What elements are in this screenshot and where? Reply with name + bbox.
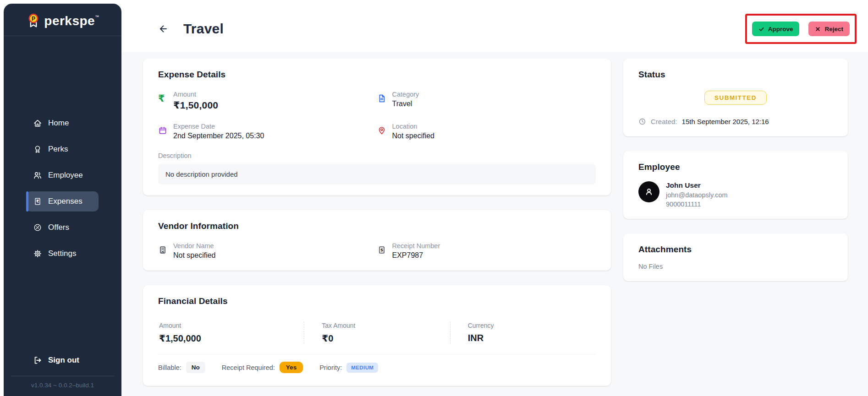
app-version: v1.0.34 ~ 0.0.2–build.1	[4, 376, 121, 396]
map-pin-icon	[377, 126, 386, 135]
column-value: ₹1,50,000	[159, 333, 304, 344]
reject-button[interactable]: Reject	[808, 22, 850, 36]
back-button[interactable]	[157, 23, 169, 35]
svg-text:P: P	[32, 16, 35, 22]
sidebar-item-label: Expenses	[48, 197, 82, 206]
field-label: Vendor Name	[173, 242, 216, 250]
field-value: Not specified	[173, 251, 216, 260]
field-label: Location	[392, 123, 435, 130]
card-title: Attachments	[638, 244, 833, 255]
employee-name: John User	[666, 181, 728, 190]
financial-currency-column: Currency INR	[450, 322, 596, 344]
approve-label: Approve	[768, 26, 793, 33]
billable-badge: No	[186, 362, 205, 373]
attachments-card: Attachments No Files	[623, 233, 848, 281]
sidebar-item-label: Settings	[48, 249, 76, 258]
status-badge: SUBMITTED	[704, 91, 767, 105]
column-label: Amount	[159, 322, 304, 329]
receipt-required-badge: Yes	[280, 362, 303, 373]
reject-label: Reject	[824, 26, 843, 33]
header-actions: Approve Reject	[745, 14, 857, 44]
card-title: Vendor Information	[158, 221, 596, 231]
sidebar-item-offers[interactable]: Offers	[4, 217, 121, 238]
discount-badge-icon	[33, 223, 42, 232]
location-field: Location Not specified	[377, 123, 596, 140]
created-value: 15th September 2025, 12:16	[682, 118, 769, 125]
sidebar-item-expenses[interactable]: ₹ Expenses	[26, 191, 99, 212]
column-value: ₹0	[322, 333, 450, 344]
field-value: EXP7987	[392, 251, 440, 260]
field-label: Amount	[173, 91, 218, 98]
financial-columns: Amount ₹1,50,000 Tax Amount ₹0 Currency …	[158, 315, 596, 354]
page-header: Travel Approve Reject	[121, 0, 868, 52]
avatar	[638, 181, 659, 202]
card-title: Status	[638, 70, 833, 80]
financial-tax-column: Tax Amount ₹0	[304, 322, 450, 344]
expense-fields: ₹ Amount ₹1,50,000 Categ	[158, 91, 596, 140]
annotation-highlight-box: Approve Reject	[745, 14, 857, 44]
left-column: Expense Details ₹ Amount ₹1,50,000	[143, 59, 611, 396]
check-icon	[758, 26, 764, 32]
card-title: Employee	[638, 162, 833, 172]
employee-card: Employee John User john@dataopsly.com 90…	[623, 151, 848, 219]
award-icon	[33, 145, 42, 154]
created-label: Created:	[651, 118, 677, 125]
financial-flags-row: Billable: No Receipt Required: Yes Prior…	[158, 354, 596, 375]
status-badge-wrap: SUBMITTED	[638, 91, 833, 105]
sidebar-item-settings[interactable]: Settings	[4, 244, 121, 264]
column-label: Currency	[468, 322, 596, 329]
expense-details-card: Expense Details ₹ Amount ₹1,50,000	[143, 59, 611, 195]
field-label: Category	[392, 91, 419, 98]
sidebar-item-perks[interactable]: Perks	[4, 139, 121, 159]
billable-label: Billable:	[158, 364, 181, 371]
financial-details-card: Financial Details Amount ₹1,50,000 Tax A…	[143, 285, 611, 386]
card-title: Expense Details	[158, 70, 596, 80]
home-icon	[33, 119, 42, 128]
brand-badge-icon: P	[26, 13, 41, 29]
rupee-icon: ₹	[158, 94, 167, 103]
sidebar-item-label: Home	[48, 119, 69, 128]
document-icon	[377, 94, 386, 103]
svg-text:₹: ₹	[36, 199, 39, 204]
content: Expense Details ₹ Amount ₹1,50,000	[121, 52, 868, 396]
receipt-number-field: $ Receipt Number EXP7987	[377, 242, 596, 260]
field-value: Not specified	[392, 132, 435, 140]
sidebar-nav: Home Perks Employee ₹	[4, 113, 121, 270]
priority-label: Priority:	[319, 364, 342, 371]
sidebar-item-home[interactable]: Home	[4, 113, 121, 133]
column-value: INR	[468, 333, 596, 343]
field-label: Expense Date	[173, 123, 264, 130]
vendor-name-field: Vendor Name Not specified	[158, 242, 377, 260]
main-area: Travel Approve Reject	[121, 0, 868, 396]
description-label: Description	[158, 152, 596, 159]
sidebar-item-label: Offers	[48, 223, 69, 232]
gear-icon	[33, 249, 42, 258]
amount-field: ₹ Amount ₹1,50,000	[158, 91, 377, 111]
column-label: Tax Amount	[322, 322, 450, 329]
calendar-icon	[158, 126, 167, 135]
employee-row: John User john@dataopsly.com 9000011111	[638, 181, 833, 208]
sign-out-label: Sign out	[48, 356, 79, 365]
sidebar-item-label: Employee	[48, 171, 83, 180]
building-icon	[158, 245, 167, 255]
vendor-information-card: Vendor Information Vendor Name N	[143, 210, 611, 271]
brand-logo: P perkspe™	[4, 4, 121, 29]
sidebar-item-employee[interactable]: Employee	[4, 165, 121, 185]
x-icon	[815, 26, 821, 32]
field-value: 2nd September 2025, 05:30	[173, 132, 264, 140]
sidebar: P perkspe™ Home Perks	[4, 4, 121, 396]
receipt-required-label: Receipt Required:	[222, 364, 275, 371]
card-title: Financial Details	[158, 296, 596, 306]
approve-button[interactable]: Approve	[752, 22, 800, 36]
svg-text:$: $	[380, 247, 383, 252]
vendor-fields: Vendor Name Not specified $ Receipt	[158, 242, 596, 260]
employee-phone: 9000011111	[666, 201, 728, 208]
page-title: Travel	[183, 21, 224, 37]
field-value: Travel	[392, 100, 419, 108]
sign-out-button[interactable]: Sign out	[4, 350, 121, 370]
sidebar-footer: Sign out v1.0.34 ~ 0.0.2–build.1	[4, 350, 121, 396]
right-column: Status SUBMITTED Created: 15th September…	[623, 59, 848, 396]
trademark-mark: ™	[95, 15, 99, 19]
field-value: ₹1,50,000	[173, 100, 218, 111]
receipt-dollar-icon: $	[377, 245, 386, 255]
